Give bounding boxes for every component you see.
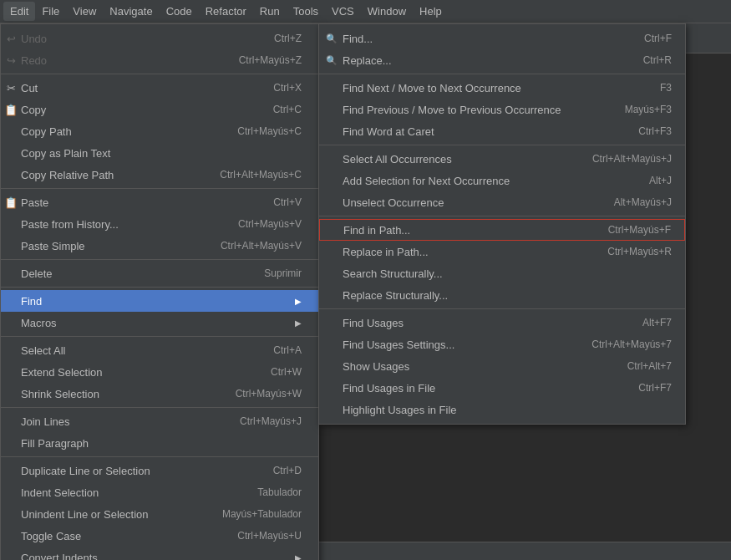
menu-delete-label: Delete: [21, 267, 247, 280]
find-item-usages-settings[interactable]: Find Usages Settings... Ctrl+Alt+Mayús+7: [319, 333, 685, 355]
menubar-file[interactable]: File: [35, 2, 66, 21]
menu-paste-history-label: Paste from History...: [21, 218, 221, 231]
menubar-file-label: File: [42, 5, 59, 18]
sep3: [1, 259, 318, 260]
find-item-find[interactable]: 🔍 Find... Ctrl+F: [319, 28, 685, 49]
menu-undo[interactable]: ↩ Undo Ctrl+Z: [1, 28, 318, 49]
menu-join-lines-label: Join Lines: [21, 415, 223, 428]
sep1: [1, 74, 318, 74]
menubar-window[interactable]: Window: [361, 2, 413, 21]
menu-copy-label: Copy: [21, 104, 256, 116]
find-sep2: [319, 145, 685, 145]
find-item-replace-in-path[interactable]: Replace in Path... Ctrl+Mayús+R: [319, 241, 685, 262]
find-submenu: 🔍 Find... Ctrl+F 🔍 Replace... Ctrl+R Fin…: [318, 23, 686, 425]
menu-copy-plain-label: Copy as Plain Text: [21, 147, 302, 160]
menubar-navigate-label: Navigate: [109, 5, 152, 18]
menu-delete[interactable]: Delete Suprimir: [1, 262, 318, 284]
menubar-run[interactable]: Run: [253, 2, 287, 21]
menubar-view[interactable]: View: [66, 2, 103, 21]
edit-menu: ↩ Undo Ctrl+Z ↪ Redo Ctrl+Mayús+Z ✂ Cut …: [0, 23, 319, 560]
find-item-search-struct[interactable]: Search Structurally...: [319, 262, 685, 284]
menu-dup-line[interactable]: Duplicate Line or Selection Ctrl+D: [1, 460, 318, 481]
find-unselect-occ-shortcut: Alt+Mayús+J: [614, 196, 672, 208]
menu-unindent[interactable]: Unindent Line or Selection Mayús+Tabulad…: [1, 503, 318, 525]
menu-extend-sel[interactable]: Extend Selection Ctrl+W: [1, 361, 318, 383]
find-item-word[interactable]: Find Word at Caret Ctrl+F3: [319, 120, 685, 142]
find-item-usages-file[interactable]: Find Usages in File Ctrl+F7: [319, 377, 685, 399]
menu-copy-plain[interactable]: Copy as Plain Text: [1, 142, 318, 164]
menu-copy-path[interactable]: Copy Path Ctrl+Mayús+C: [1, 120, 318, 142]
menu-extend-sel-label: Extend Selection: [21, 366, 254, 379]
find-next-label: Find Next / Move to Next Occurrence: [343, 82, 643, 94]
find-add-next-occ-shortcut: Alt+J: [649, 175, 672, 186]
menu-find-label: Find: [21, 295, 288, 308]
menubar-code[interactable]: Code: [160, 2, 199, 21]
find-item-next[interactable]: Find Next / Move to Next Occurrence F3: [319, 77, 685, 99]
menubar-help[interactable]: Help: [413, 2, 449, 21]
menu-toggle-case[interactable]: Toggle Case Ctrl+Mayús+U: [1, 525, 318, 547]
menubar-navigate[interactable]: Navigate: [103, 2, 159, 21]
menu-unindent-shortcut: Mayús+Tabulador: [222, 508, 302, 520]
convert-arrow-icon: ▶: [295, 553, 302, 561]
menu-paste-simple[interactable]: Paste Simple Ctrl+Alt+Mayús+V: [1, 235, 318, 257]
menu-indent-sel-shortcut: Tabulador: [257, 486, 302, 498]
menu-indent-sel-label: Indent Selection: [21, 486, 241, 499]
sep5: [1, 336, 318, 337]
menu-find[interactable]: Find ▶: [1, 290, 318, 312]
find-replace-struct-label: Replace Structurally...: [343, 289, 672, 302]
menu-paste-simple-shortcut: Ctrl+Alt+Mayús+V: [221, 240, 302, 252]
menu-cut[interactable]: ✂ Cut Ctrl+X: [1, 77, 318, 99]
menu-macros-label: Macros: [21, 317, 288, 329]
find-find-label: Find...: [343, 33, 627, 45]
sep6: [1, 407, 318, 408]
menubar-tools[interactable]: Tools: [287, 2, 325, 21]
menubar-code-label: Code: [166, 5, 192, 18]
find-item-in-path[interactable]: Find in Path... Ctrl+Mayús+F: [319, 219, 685, 241]
find-sep4: [319, 308, 685, 309]
find-unselect-occ-label: Unselect Occurrence: [343, 196, 597, 209]
menu-copy-relative[interactable]: Copy Relative Path Ctrl+Alt+Mayús+C: [1, 164, 318, 186]
find-item-replace-struct[interactable]: Replace Structurally...: [319, 284, 685, 306]
menu-paste-shortcut: Ctrl+V: [273, 196, 302, 208]
menu-redo[interactable]: ↪ Redo Ctrl+Mayús+Z: [1, 49, 318, 71]
find-item-add-next-occ[interactable]: Add Selection for Next Occurrence Alt+J: [319, 170, 685, 191]
menubar-refactor[interactable]: Refactor: [199, 2, 253, 21]
redo-icon: ↪: [4, 53, 18, 67]
menu-indent-sel[interactable]: Indent Selection Tabulador: [1, 481, 318, 503]
menu-redo-shortcut: Ctrl+Mayús+Z: [239, 54, 302, 66]
undo-icon: ↩: [4, 32, 18, 45]
menu-fill-para[interactable]: Fill Paragraph: [1, 432, 318, 454]
menu-undo-shortcut: Ctrl+Z: [274, 33, 302, 44]
menubar-tools-label: Tools: [293, 5, 318, 18]
find-in-path-label: Find in Path...: [343, 224, 591, 237]
find-item-usages[interactable]: Find Usages Alt+F7: [319, 312, 685, 333]
menu-macros[interactable]: Macros ▶: [1, 312, 318, 333]
cut-icon: ✂: [4, 81, 18, 94]
find-usages-label: Find Usages: [343, 317, 626, 329]
menu-paste[interactable]: 📋 Paste Ctrl+V: [1, 191, 318, 213]
menu-paste-history[interactable]: Paste from History... Ctrl+Mayús+V: [1, 213, 318, 235]
menu-copy-relative-shortcut: Ctrl+Alt+Mayús+C: [220, 169, 302, 181]
menu-join-lines-shortcut: Ctrl+Mayús+J: [240, 415, 302, 427]
find-search-struct-label: Search Structurally...: [343, 267, 672, 280]
menu-cut-label: Cut: [21, 82, 256, 94]
menu-copy[interactable]: 📋 Copy Ctrl+C: [1, 99, 318, 120]
menu-undo-label: Undo: [21, 33, 257, 45]
menubar-edit[interactable]: Edit: [3, 2, 35, 21]
find-item-highlight-usages[interactable]: Highlight Usages in File: [319, 399, 685, 420]
menubar-refactor-label: Refactor: [206, 5, 246, 18]
menu-delete-shortcut: Suprimir: [264, 267, 302, 279]
find-item-show-usages[interactable]: Show Usages Ctrl+Alt+7: [319, 355, 685, 377]
menu-copy-relative-label: Copy Relative Path: [21, 169, 203, 181]
find-item-select-all-occ[interactable]: Select All Occurrences Ctrl+Alt+Mayús+J: [319, 148, 685, 170]
find-replace-shortcut: Ctrl+R: [643, 54, 672, 66]
menu-select-all[interactable]: Select All Ctrl+A: [1, 339, 318, 361]
menu-join-lines[interactable]: Join Lines Ctrl+Mayús+J: [1, 410, 318, 432]
menu-convert[interactable]: Convert Indents ▶: [1, 547, 318, 560]
find-item-replace[interactable]: 🔍 Replace... Ctrl+R: [319, 49, 685, 71]
menu-shrink-sel[interactable]: Shrink Selection Ctrl+Mayús+W: [1, 383, 318, 405]
find-highlight-usages-label: Highlight Usages in File: [343, 404, 672, 416]
menubar-vcs[interactable]: VCS: [325, 2, 361, 21]
find-item-unselect-occ[interactable]: Unselect Occurrence Alt+Mayús+J: [319, 191, 685, 213]
find-item-prev[interactable]: Find Previous / Move to Previous Occurre…: [319, 99, 685, 120]
